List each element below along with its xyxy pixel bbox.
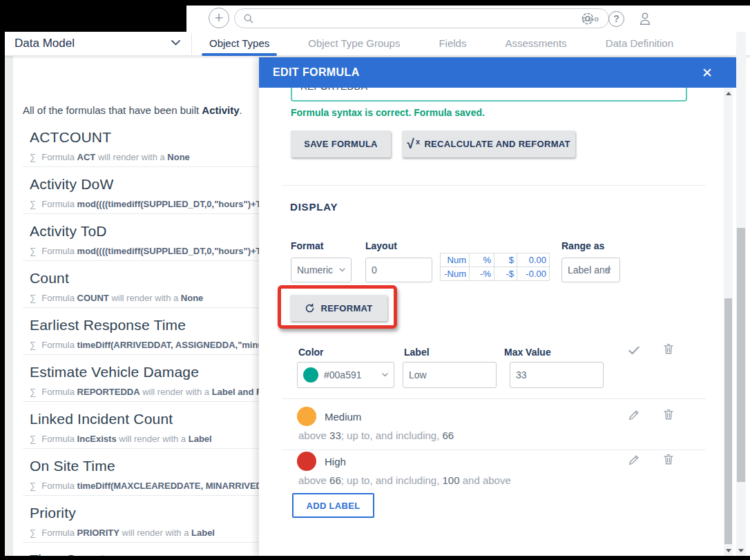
layout-label: Layout <box>365 240 397 251</box>
medium-label: Medium <box>325 411 361 423</box>
sigma-icon: ∑ <box>30 340 36 350</box>
add-label-button[interactable]: ADD LABEL <box>292 493 374 518</box>
add-icon[interactable]: + <box>209 8 229 28</box>
format-select[interactable]: Numeric <box>291 258 352 282</box>
chevron-down-icon <box>171 40 180 46</box>
page-gutter <box>5 56 13 556</box>
user-profile-icon[interactable] <box>637 10 653 27</box>
range-as-label: Range as <box>561 240 604 251</box>
data-model-selector[interactable]: Data Model <box>15 32 186 55</box>
sigma-icon: ∑ <box>30 199 36 209</box>
number-format-preview-table: Num % $ 0.00 -Num -% -$ -0.00 <box>440 253 550 281</box>
chevron-down-icon <box>339 268 345 272</box>
search-icon <box>243 13 254 24</box>
format-cell: -Num <box>441 267 470 281</box>
scroll-up-icon[interactable] <box>724 89 733 97</box>
label-input[interactable] <box>403 362 497 388</box>
tab-data-definition[interactable]: Data Definition <box>597 32 682 56</box>
sigma-icon: ∑ <box>30 387 36 397</box>
window-border-top <box>0 0 750 6</box>
format-label: Format <box>291 240 323 251</box>
range-as-select[interactable]: Label and <box>561 258 620 282</box>
high-range-text: above 66; up to, and including, 100 and … <box>298 474 511 486</box>
divider <box>282 398 706 399</box>
delete-trash-icon[interactable] <box>662 407 675 421</box>
sigma-icon: ∑ <box>30 434 36 444</box>
edit-formula-modal: REPORTEDDA EDIT FORMULA ✕ Formula syntax… <box>259 57 736 556</box>
close-icon[interactable]: ✕ <box>702 65 713 81</box>
tab-bar: Object Types Object Type Groups Fields A… <box>200 32 682 56</box>
high-label: High <box>325 456 346 467</box>
confirm-check-icon[interactable] <box>627 343 641 357</box>
divider <box>191 33 192 55</box>
tab-fields[interactable]: Fields <box>430 32 475 56</box>
medium-color-dot <box>297 407 316 426</box>
chevron-down-icon <box>605 268 611 272</box>
sqrt-x-icon: √ <box>407 137 414 152</box>
format-cell: -% <box>470 267 494 281</box>
search-input[interactable] <box>260 13 582 23</box>
scrollbar-thumb[interactable] <box>724 298 732 544</box>
delete-trash-icon[interactable] <box>662 452 675 466</box>
high-color-dot <box>297 452 316 471</box>
display-section-heading: DISPLAY <box>290 201 338 213</box>
color-swatch <box>303 367 318 383</box>
format-cell: $ <box>494 253 517 267</box>
recalculate-and-reformat-button[interactable]: √x RECALCULATE AND REFORMAT <box>402 131 575 157</box>
sigma-icon: ∑ <box>30 293 36 303</box>
format-cell: % <box>470 253 494 267</box>
scroll-down-icon[interactable] <box>736 546 746 554</box>
scrollbar-thumb[interactable] <box>737 228 745 482</box>
window-border-bottom <box>0 556 750 560</box>
scroll-down-icon[interactable] <box>724 546 733 554</box>
sigma-icon: ∑ <box>30 246 36 256</box>
search-box[interactable]: ooo <box>234 8 609 28</box>
chevron-down-icon <box>382 373 388 377</box>
format-cell: -0.00 <box>517 267 550 281</box>
refresh-icon <box>305 303 315 313</box>
tab-assessments[interactable]: Assessments <box>496 32 575 56</box>
sigma-icon: ∑ <box>30 528 36 538</box>
edit-pencil-icon[interactable] <box>627 453 641 467</box>
modal-title: EDIT FORMULA <box>273 66 360 79</box>
save-formula-button[interactable]: SAVE FORMULA <box>291 131 391 157</box>
format-cell: -$ <box>494 267 517 281</box>
sqrt-x-icon-sup: x <box>416 137 420 146</box>
modal-header: EDIT FORMULA ✕ <box>259 57 736 88</box>
sigma-icon: ∑ <box>30 152 36 162</box>
medium-range-text: above 33; up to, and including, 66 <box>298 429 454 441</box>
layout-input[interactable] <box>365 258 432 282</box>
tab-object-type-groups[interactable]: Object Type Groups <box>299 32 409 56</box>
divider <box>282 450 706 450</box>
format-cell: 0.00 <box>517 253 550 267</box>
window-scrollbar[interactable] <box>736 6 746 556</box>
red-highlight-annotation: REFORMAT <box>278 285 397 329</box>
delete-trash-icon[interactable] <box>662 342 675 356</box>
divider <box>282 185 706 186</box>
max-value-input[interactable] <box>510 362 604 388</box>
format-cell: Num <box>441 253 470 267</box>
nav-row: Data Model Object Types Object Type Grou… <box>5 32 750 56</box>
reformat-button[interactable]: REFORMAT <box>290 295 387 321</box>
tab-object-types[interactable]: Object Types <box>200 32 278 56</box>
edit-pencil-icon[interactable] <box>627 408 641 422</box>
color-select[interactable]: #00a591 <box>297 362 394 388</box>
label-column-header: Label <box>404 347 430 358</box>
color-column-header: Color <box>298 347 324 358</box>
max-value-column-header: Max Value <box>504 347 551 358</box>
window-border-left <box>0 0 5 556</box>
formula-status-message: Formula syntax is correct. Formula saved… <box>291 107 485 118</box>
modal-scrollbar[interactable] <box>724 88 733 556</box>
settings-gear-icon[interactable] <box>579 10 596 27</box>
help-icon[interactable]: ? <box>608 11 624 27</box>
data-model-label: Data Model <box>15 37 75 50</box>
sigma-icon: ∑ <box>30 481 36 491</box>
